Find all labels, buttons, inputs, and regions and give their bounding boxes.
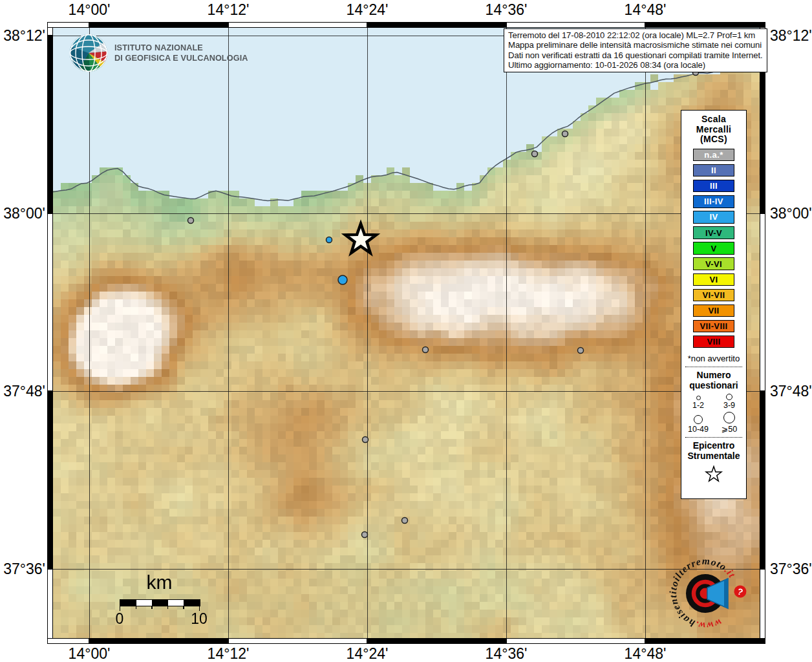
scalebar-tick [183, 606, 184, 609]
question-badge: ? [732, 584, 748, 599]
axis-top-2: 14°24' [347, 1, 389, 19]
frame-segment [47, 36, 53, 213]
frame-segment [760, 391, 765, 569]
questionnaire-size-item: 1-2 [684, 394, 713, 410]
scalebar-segment [168, 600, 184, 606]
legend-divider [685, 367, 742, 367]
intensity-chip-VIII: VIII [693, 336, 734, 348]
frame-segment [47, 391, 53, 569]
intensity-chip-VII: VII [693, 304, 734, 317]
report-dot-n.a. [578, 348, 584, 354]
legend-title-line1: Scala [696, 114, 732, 125]
questionnaires-title-line2: questionari [689, 380, 738, 391]
report-dot-n.a. [423, 347, 429, 353]
epicenter-star-glyph [706, 466, 721, 481]
scalebar [120, 599, 200, 606]
questionnaires-title-line1: Numero [689, 370, 738, 381]
axis-bottom-3: 14°36' [486, 645, 528, 662]
frame-segment [645, 22, 765, 28]
info-line-data: Dati non verificati estratti da 16 quest… [508, 50, 763, 60]
info-line-map: Mappa preliminare delle intensità macros… [508, 40, 763, 50]
report-dot-n.a. [363, 437, 369, 443]
macroseismic-map-page: 14°00'14°00'14°12'14°12'14°24'14°24'14°3… [0, 0, 812, 662]
questionnaires-title: Numero questionari [689, 370, 738, 391]
epicenter-title: Epicentro Strumentale [688, 440, 740, 462]
scalebar-segment [136, 600, 153, 606]
intensity-chip-VII-VIII: VII-VIII [693, 320, 734, 333]
axis-bottom-0: 14°00' [69, 645, 111, 662]
megaphone-side [724, 579, 728, 608]
frame-segment [47, 22, 89, 28]
scalebar-end-label: 10 [186, 610, 212, 628]
legend-title-line3: (MCS) [696, 134, 732, 145]
legend-divider2 [685, 437, 742, 438]
size-label: 1-2 [692, 401, 704, 410]
axis-top-3: 14°36' [486, 1, 528, 19]
frame-segment [506, 22, 645, 28]
legend-footnote: *non avvertito [688, 354, 740, 363]
axis-top-1: 14°12' [208, 1, 250, 19]
scalebar-tick [167, 606, 168, 609]
earthquake-info-box: Terremoto del 17-08-2010 22:12:02 (ora l… [504, 28, 767, 72]
axis-top-4: 14°48' [625, 1, 667, 19]
questionnaires-size-key: 1-23-910-49⩾50 [684, 394, 744, 434]
axis-left-3: 37°36' [0, 561, 45, 578]
axis-right-2: 37°48' [770, 383, 812, 400]
intensity-chip-V-VI: V-VI [693, 257, 734, 270]
axis-bottom-2: 14°24' [347, 645, 389, 662]
ingv-logo-line1: ISTITUTO NAZIONALE [114, 43, 248, 53]
axis-right-1: 38°00' [770, 205, 812, 222]
frame-segment [228, 22, 367, 28]
axis-right-3: 37°36' [770, 561, 812, 578]
axis-left-2: 37°48' [0, 383, 45, 400]
report-dot-IV [326, 237, 332, 243]
axis-left-1: 38°00' [0, 205, 45, 222]
intensity-chip-IV-V: IV-V [693, 226, 734, 239]
ingv-globe-logo-icon [69, 33, 109, 73]
ingv-logo-line2: DI GEOFISICA E VULCANOLOGIA [114, 53, 248, 63]
size-circle-icon [696, 396, 701, 400]
report-dot-n.a. [562, 131, 568, 137]
frame-segment [760, 569, 765, 644]
scalebar-tick [151, 606, 152, 609]
markers-overlay [53, 28, 760, 638]
size-circle-icon [694, 415, 703, 424]
scalebar-unit-label: km [118, 571, 200, 593]
frame-segment [367, 22, 506, 28]
scalebar-segment [184, 600, 200, 606]
legend-box: Scala Mercalli (MCS) n.a.*IIIIIIII-IVIVI… [681, 110, 747, 499]
questionnaire-size-item: 3-9 [715, 394, 744, 410]
axis-left-0: 38°12' [0, 27, 45, 45]
intensity-chip-III-IV: III-IV [693, 195, 734, 208]
intensity-chip-V: V [693, 242, 734, 255]
size-label: 3-9 [723, 401, 735, 410]
scalebar-tick [136, 606, 136, 609]
frame-segment [228, 638, 367, 644]
info-line-update: Ultimo aggiornamento: 10-01-2026 08:34 (… [508, 60, 763, 70]
frame-segment [89, 22, 228, 28]
intensity-chip-IV: IV [693, 211, 734, 224]
frame-segment [367, 638, 506, 644]
info-line-event: Terremoto del 17-08-2010 22:12:02 (ora l… [508, 30, 763, 40]
questionnaire-size-item: 10-49 [684, 412, 713, 434]
report-dot-IV [338, 275, 347, 284]
epicenter-title-line1: Epicentro [688, 440, 740, 451]
intensity-chip-II: II [693, 164, 734, 177]
report-dot-n.a. [188, 218, 194, 224]
intensity-scale: n.a.*IIIIIIII-IVIVIV-VVV-VIVIVI-VIIVIIVI… [693, 147, 734, 350]
haisentitoilterremoto-logo: www.haisentitoilterremoto.it ? [656, 544, 755, 643]
frame-segment [47, 638, 89, 644]
intensity-chip-VI: VI [693, 273, 734, 286]
size-label: ⩾50 [721, 424, 737, 434]
size-circle-icon [723, 412, 735, 423]
scalebar-start-label: 0 [107, 610, 133, 628]
scalebar-segment [152, 600, 168, 606]
axis-top-0: 14°00' [69, 1, 111, 19]
size-circle-icon [726, 394, 732, 400]
epicenter-star-icon [704, 464, 723, 484]
questionnaire-size-item: ⩾50 [715, 412, 744, 434]
frame-segment [89, 638, 228, 644]
report-dot-n.a. [402, 518, 408, 524]
epicenter-title-line2: Strumentale [688, 451, 740, 462]
frame-segment [506, 638, 645, 644]
